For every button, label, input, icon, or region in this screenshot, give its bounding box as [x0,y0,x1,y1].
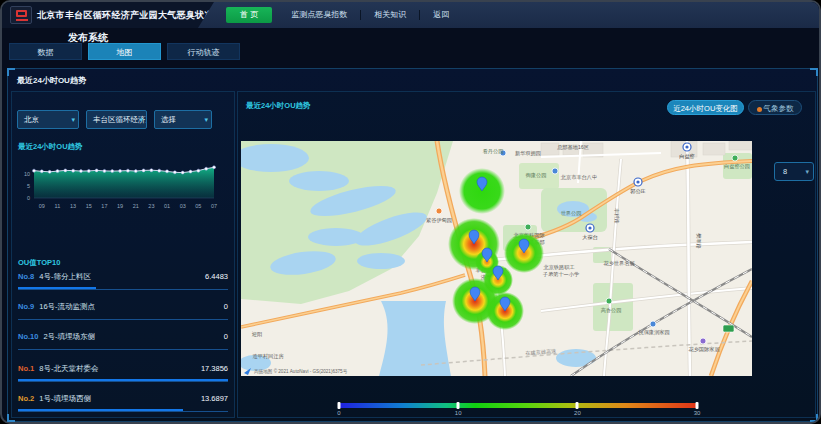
scale-tick: 30 [694,410,701,416]
bar-track [18,379,228,382]
city-select-value: 北京 [24,115,39,124]
ou-change-map-button[interactable]: 近24小时OU变化图 [667,100,744,115]
map-attribution-text: 高德地图 © 2021 AutoNavi - GS(2021)6375号 [254,368,348,375]
map-label: 世界公园 [561,210,582,216]
svg-text:15: 15 [86,203,92,209]
map-label: 樊羊路 [695,233,702,249]
tab-map[interactable]: 地图 [88,43,161,60]
site-value: 0 [224,332,228,342]
weather-params-button[interactable]: 气象参数 [748,100,802,115]
site-name: 1号-填埋场西侧 [39,394,201,404]
site-name: 16号-流动监测点 [39,302,224,312]
svg-text:21: 21 [133,203,139,209]
scale-marker [576,402,579,409]
svg-text:11: 11 [55,203,61,209]
bar-track [18,409,228,412]
map-site-select[interactable]: 8 ▾ [774,162,814,181]
site-select-value: 选择 [161,115,176,124]
rank-label: No.8 [18,272,34,282]
bar-track [18,317,228,320]
map-label: 花乡国际家居 [688,346,720,353]
rank-label: No.9 [18,302,34,312]
top10-row[interactable]: No.9 16号-流动监测点 0 [18,302,228,328]
tab-data[interactable]: 数据 [9,43,82,60]
chevron-down-icon: ▾ [71,111,75,128]
nav-item-home[interactable]: 首 页 [226,7,272,23]
bar-track [18,347,228,350]
map-panel: 最近24小时OU趋势 近24小时OU变化图 气象参数 [237,91,816,418]
svg-text:13: 13 [70,203,76,209]
svg-text:23: 23 [148,203,154,209]
map-label: 北京市丰台八中 [560,174,597,181]
scale-marker [696,402,699,409]
svg-text:09: 09 [39,203,45,209]
panel-title: 最近24小时OU趋势 [17,75,86,86]
top10-row[interactable]: No.2 1号-填埋场西侧 13.6897 [18,394,228,420]
scale-tick: 10 [455,410,462,416]
svg-text:07: 07 [211,203,217,209]
map[interactable]: 看丹公园 总部基地16区 新华双拥园 御康公园 北京市丰台八中 郭公庄 白盆窑 … [241,141,752,376]
tab-track[interactable]: 行动轨迹 [167,43,240,60]
top10-row[interactable]: No.8 4号-筛分上料区 6.4483 [18,272,228,298]
map-label: 悦保康润家园 [637,329,669,336]
chevron-down-icon: ▾ [204,111,208,128]
park-select[interactable]: 丰台区循环经济产 ▾ [86,110,147,129]
main-nav: 首 页 监测点恶臭指数 相关知识 返回 [198,2,819,28]
map-label: 新华双拥园 [515,150,541,157]
nav-item-knowledge[interactable]: 相关知识 [361,7,419,23]
bar-fill [18,287,96,290]
map-label: 看丹公园 [483,148,504,155]
map-label: 花乡世界名居 [603,260,635,267]
top10-row[interactable]: No.10 2号-填埋场东侧 0 [18,332,228,358]
svg-text:05: 05 [195,203,201,209]
map-label: 迎阳 [252,331,262,338]
bar-fill [18,379,228,382]
scale-marker [457,402,460,409]
map-panel-title: 最近24小时OU趋势 [246,101,311,111]
ou-trend-chart: 0510091113151719212301030507 [16,154,222,212]
top10-row[interactable]: No.1 8号-北天堂村委会 17.3856 [18,364,228,390]
scale-tick-labels: 0 10 20 30 [339,410,697,420]
top10-title: OU值TOP10 [18,258,60,268]
site-name: 4号-筛分上料区 [39,272,205,282]
svg-text:17: 17 [101,203,107,209]
site-name: 8号-北天堂村委会 [39,364,201,374]
svg-text:03: 03 [180,203,186,209]
scale-tick: 20 [574,410,581,416]
svg-text:01: 01 [164,203,170,209]
svg-text:5: 5 [27,183,30,189]
map-attribution: 高德地图 © 2021 AutoNavi - GS(2021)6375号 [244,368,348,375]
app-logo-icon [10,6,32,24]
scale-tick: 0 [337,410,340,416]
map-canvas: 看丹公园 总部基地16区 新华双拥园 御康公园 北京市丰台八中 郭公庄 白盆窑 … [241,141,752,376]
weather-icon [757,107,762,112]
map-label: 造甲村回迁房 [252,353,283,360]
nav-item-back[interactable]: 返回 [420,7,462,23]
map-label: 子弟第十一小学 [543,271,579,277]
ou-color-scale [339,403,697,408]
scale-marker [338,402,341,409]
panel-corner [7,68,15,76]
map-label: 御康公园 [525,172,547,179]
map-label: 白盆窑 [679,153,695,160]
site-value: 0 [224,302,228,312]
view-tabs: 数据 地图 行动轨迹 [9,43,240,60]
main-panel: 最近24小时OU趋势 北京 ▾ 丰台区循环经济产 ▾ 选择 ▾ 最近24小时OU… [7,68,818,422]
rank-label: No.1 [18,364,34,374]
site-value: 17.3856 [201,364,228,374]
chevron-down-icon: ▾ [805,163,809,180]
svg-text:0: 0 [27,195,30,201]
bar-track [18,287,228,290]
map-label: 丰科路 [613,208,621,224]
map-label: 高香公园 [601,307,622,314]
svg-text:10: 10 [24,171,30,177]
city-select[interactable]: 北京 ▾ [17,110,79,129]
map-label: 白盆窑公园 [724,163,750,170]
rank-label: No.10 [18,332,38,342]
nav-item-odor-index[interactable]: 监测点恶臭指数 [278,7,360,23]
left-sidebar: 北京 ▾ 丰台区循环经济产 ▾ 选择 ▾ 最近24小时OU趋势 05100911… [11,91,235,418]
site-select[interactable]: 选择 ▾ [154,110,212,129]
site-value: 13.6897 [201,394,228,404]
map-site-select-value: 8 [783,167,787,176]
app-window: 北京市丰台区循环经济产业园大气恶臭状况实时 首 页 监测点恶臭指数 相关知识 返… [0,0,821,424]
